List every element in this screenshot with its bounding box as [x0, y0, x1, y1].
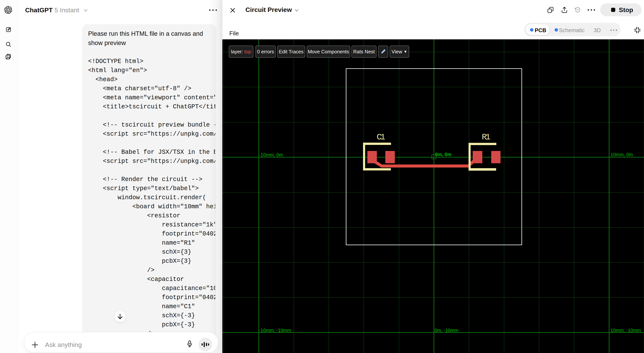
svg-text:-10mm, 0m: -10mm, 0m	[259, 152, 283, 157]
svg-text:10mm, -10mm: 10mm, -10mm	[610, 328, 641, 333]
svg-text:R1: R1	[482, 132, 490, 142]
svg-text:0m, 0m: 0m, 0m	[435, 152, 451, 157]
svg-text:-10mm, -10mm: -10mm, -10mm	[259, 328, 291, 333]
svg-text:C1: C1	[377, 132, 385, 142]
svg-text:0m, -10mm: 0m, -10mm	[434, 328, 458, 333]
svg-text:10mm, 0m: 10mm, 0m	[610, 152, 633, 157]
